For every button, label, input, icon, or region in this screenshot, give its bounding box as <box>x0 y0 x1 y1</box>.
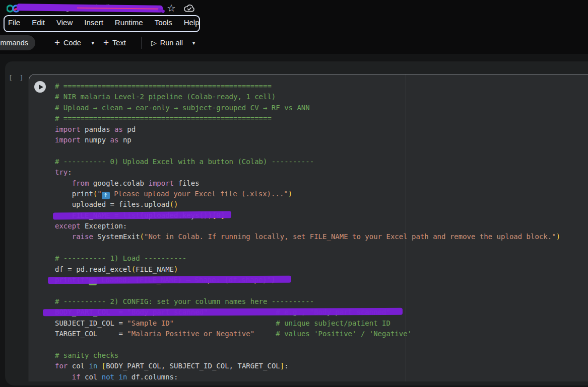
menu-bar: FileEditViewInsertRuntimeToolsHelp <box>8 18 200 27</box>
code-line: # ---------- 1) Load ---------- <box>55 253 560 264</box>
code-line: import pandas as pd <box>55 124 560 135</box>
toolbar: ommands + Code ▾ + Text ▷ Run all ▾ <box>0 32 588 54</box>
code-line <box>55 285 560 296</box>
commands-label: ommands <box>0 39 28 47</box>
code-line: raise SystemExit("Not in Colab. If runni… <box>55 231 560 242</box>
code-line: if col not in df.columns: <box>55 372 560 382</box>
code-line <box>55 339 560 350</box>
play-icon <box>39 85 43 90</box>
menu-item-edit[interactable]: Edit <box>32 18 45 27</box>
plus-icon: + <box>103 38 109 47</box>
run-all-play-icon: ▷ <box>151 39 157 47</box>
code-line: FILE_NAME = list(uploaded.keys())[0] <box>55 210 560 221</box>
menu-item-tools[interactable]: Tools <box>155 18 172 27</box>
menu-item-file[interactable]: File <box>8 18 20 27</box>
code-line: from google.colab import files <box>55 178 560 189</box>
redaction-stripe <box>48 276 291 284</box>
upload-emoji: ↑ <box>102 192 110 199</box>
colab-window: Malaria recognition Pipeline 2 ☆ FileEdi… <box>0 0 588 387</box>
code-line: # Upload → clean → ear-only → subject-gr… <box>55 103 560 113</box>
title-bar: Malaria recognition Pipeline 2 ☆ <box>0 0 588 16</box>
code-line: import numpy as np <box>55 135 560 145</box>
code-line: # ======================================… <box>55 81 560 92</box>
code-line <box>55 145 560 156</box>
redaction-stripe <box>43 308 403 316</box>
redaction-inner-line <box>77 8 160 10</box>
code-line: print("↑ Please upload your Excel file (… <box>55 189 560 199</box>
code-line: SUBJECT_ID_COL = "Sample ID" # unique su… <box>55 318 560 329</box>
cell-execution-indicator: [ ] <box>9 74 25 82</box>
code-cell[interactable]: # ======================================… <box>29 74 588 381</box>
add-text-button[interactable]: + Text <box>103 35 126 50</box>
code-line: # NIR malaria Level-2 pipeline (Colab-re… <box>55 92 560 102</box>
redaction-mark-tail <box>157 8 165 14</box>
code-line <box>55 243 560 253</box>
add-code-button[interactable]: + Code ▾ <box>54 35 94 50</box>
add-code-label: Code <box>63 39 81 47</box>
code-line: except Exception: <box>55 221 560 231</box>
cloud-check-icon[interactable] <box>183 4 195 13</box>
menu-item-help[interactable]: Help <box>184 18 200 27</box>
redaction-stripe <box>53 211 231 219</box>
star-icon[interactable]: ☆ <box>167 2 176 14</box>
run-all-button[interactable]: ▷ Run all ▾ <box>151 35 195 50</box>
code-lines[interactable]: # ======================================… <box>55 81 560 382</box>
menu-item-view[interactable]: View <box>56 18 73 27</box>
code-line: df = pd.read_excel(FILE_NAME) <box>55 264 560 275</box>
code-line: TARGET_COL = "Malaria Positive or Negati… <box>55 329 560 339</box>
code-line: # ---------- 2) CONFIG: set your column … <box>55 296 560 307</box>
code-line: # sanity checks <box>55 350 560 361</box>
chevron-down-icon[interactable]: ▾ <box>92 40 94 46</box>
code-line: try: <box>55 167 560 178</box>
code-line: for col in [BODY_PART_COL, SUBJECT_ID_CO… <box>55 361 560 371</box>
code-line: # ======================================… <box>55 113 560 124</box>
code-line: BODY_PART_COL = "Body part scanned" # e.… <box>55 307 560 318</box>
menu-item-runtime[interactable]: Runtime <box>115 18 143 27</box>
code-line: uploaded = files.upload() <box>55 199 560 210</box>
toolbar-divider <box>142 37 142 49</box>
commands-button[interactable]: ommands <box>0 35 35 50</box>
code-line: print(f"✓ Loaded: {FILE_NAME} — Shape: {… <box>55 275 560 285</box>
add-text-label: Text <box>112 39 126 47</box>
plus-icon: + <box>54 38 60 47</box>
run-all-label: Run all <box>160 39 183 47</box>
top-chrome: Malaria recognition Pipeline 2 ☆ FileEdi… <box>0 0 588 54</box>
code-line: # ---------- 0) Upload Excel with a butt… <box>55 157 560 167</box>
menu-item-insert[interactable]: Insert <box>84 18 103 27</box>
run-cell-button[interactable] <box>34 81 46 93</box>
chevron-down-icon[interactable]: ▾ <box>192 40 195 46</box>
